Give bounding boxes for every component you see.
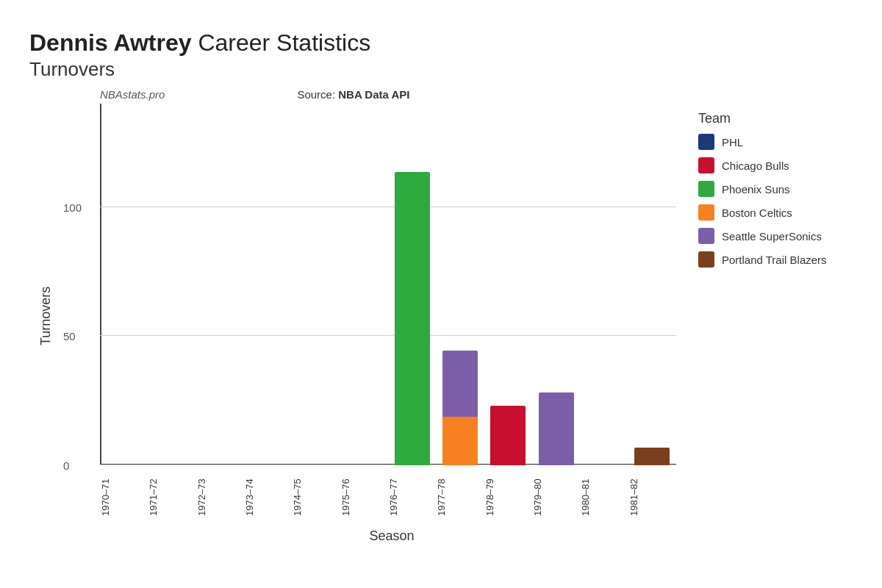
bars-row <box>100 104 676 465</box>
legend-color-box <box>698 181 714 197</box>
source-row: NBAstats.pro Source: NBA Data API <box>56 88 853 101</box>
legend-label: Chicago Bulls <box>722 159 789 172</box>
legend-title: Team <box>698 111 853 126</box>
legend-color-box <box>698 157 714 173</box>
page: Dennis Awtrey Career Statistics Turnover… <box>0 0 882 588</box>
legend: Team PHLChicago BullsPhoenix SunsBoston … <box>684 104 853 544</box>
grid-and-bars: 050100 <box>100 104 676 465</box>
y-axis-label: Turnovers <box>29 88 56 544</box>
x-tick-label: 1979–80 <box>532 468 580 527</box>
source-nbastats: NBAstats.pro <box>100 88 165 101</box>
legend-color-box <box>698 134 714 150</box>
x-axis-labels: 1970–711971–721972–731973–741974–751975–… <box>100 468 676 527</box>
source-api: Source: NBA Data API <box>297 88 409 101</box>
legend-label: Phoenix Suns <box>722 183 790 196</box>
legend-color-box <box>698 228 714 244</box>
x-tick-label: 1974–75 <box>292 468 340 527</box>
bar-group <box>532 392 580 465</box>
chart-area: Turnovers NBAstats.pro Source: NBA Data … <box>29 88 853 544</box>
legend-item: Seattle SuperSonics <box>698 228 853 244</box>
bar-segment <box>490 406 526 465</box>
chart-subtitle: Turnovers <box>29 58 853 81</box>
title-rest: Career Statistics <box>192 29 371 56</box>
source-bold: NBA Data API <box>338 88 409 101</box>
legend-item: Portland Trail Blazers <box>698 251 853 268</box>
legend-item: PHL <box>698 134 853 150</box>
plot-container: 050100 1970–711971–721972–731973–741974–… <box>56 104 684 544</box>
legend-label: Boston Celtics <box>722 207 792 219</box>
bar-wrapper <box>490 406 526 465</box>
bar-segment <box>634 448 670 465</box>
legend-label: Portland Trail Blazers <box>722 254 827 266</box>
x-tick-label: 1981–82 <box>628 468 676 527</box>
x-tick-label: 1980–81 <box>580 468 628 527</box>
x-axis-title: Season <box>100 528 684 544</box>
x-tick-label: 1977–78 <box>436 468 484 527</box>
legend-label: Seattle SuperSonics <box>722 230 822 243</box>
bar-group <box>388 172 436 465</box>
plot-and-legend: 050100 1970–711971–721972–731973–741974–… <box>56 104 853 544</box>
y-tick-label: 0 <box>63 459 69 472</box>
bar-wrapper <box>539 392 574 465</box>
y-tick-label: 100 <box>63 201 82 213</box>
main-title: Dennis Awtrey Career Statistics <box>29 29 853 57</box>
title-block: Dennis Awtrey Career Statistics Turnover… <box>29 29 853 81</box>
legend-color-box <box>698 204 714 220</box>
x-tick-label: 1978–79 <box>484 468 532 527</box>
chart-inner: NBAstats.pro Source: NBA Data API 0 <box>56 88 853 544</box>
bar-group <box>484 406 532 465</box>
x-tick-label: 1973–74 <box>244 468 292 527</box>
legend-item: Chicago Bulls <box>698 157 853 173</box>
bar-group <box>628 448 676 465</box>
bar-wrapper <box>395 172 430 465</box>
legend-label: PHL <box>722 136 743 148</box>
legend-item: Phoenix Suns <box>698 181 853 197</box>
bar-wrapper <box>442 351 478 465</box>
bar-wrapper <box>634 448 670 465</box>
y-tick-label: 50 <box>63 330 76 343</box>
x-tick-label: 1976–77 <box>388 468 436 527</box>
bar-segment-top <box>442 351 478 417</box>
legend-color-box <box>698 251 714 268</box>
bar-group <box>436 351 484 465</box>
player-name-bold: Dennis Awtrey <box>29 29 192 56</box>
x-tick-label: 1970–71 <box>100 468 148 527</box>
bar-segment-bottom <box>442 417 478 465</box>
x-tick-label: 1975–76 <box>340 468 388 527</box>
x-tick-label: 1972–73 <box>196 468 244 527</box>
legend-items: PHLChicago BullsPhoenix SunsBoston Celti… <box>698 134 853 268</box>
bar-segment <box>395 172 430 465</box>
bar-segment <box>539 392 574 465</box>
legend-item: Boston Celtics <box>698 204 853 220</box>
x-tick-label: 1971–72 <box>148 468 196 527</box>
source-prefix: Source: <box>297 88 338 101</box>
